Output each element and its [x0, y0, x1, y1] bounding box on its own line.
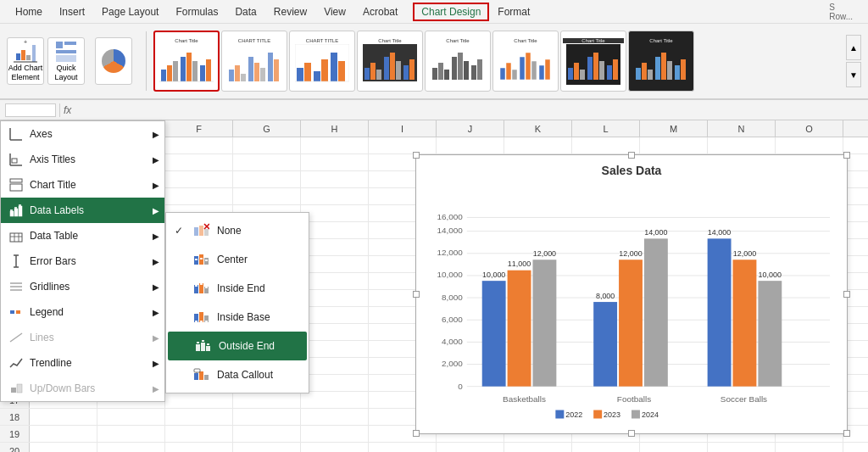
cell[interactable] — [504, 137, 572, 153]
sub-item-none[interactable]: ✓ None — [166, 216, 309, 245]
cell[interactable] — [165, 188, 233, 204]
chart-style-5[interactable]: Chart Title — [425, 31, 491, 92]
cell[interactable] — [165, 443, 233, 452]
resize-handle-top[interactable] — [628, 152, 635, 159]
cell[interactable] — [233, 426, 301, 442]
cell[interactable] — [233, 154, 301, 170]
change-colors-button[interactable] — [95, 37, 132, 85]
cell[interactable] — [301, 256, 369, 272]
chart-style-8[interactable]: Chart Title — [628, 31, 694, 92]
name-box[interactable] — [5, 103, 56, 117]
sub-item-center[interactable]: Center — [166, 245, 309, 274]
cell[interactable] — [301, 154, 369, 170]
cell[interactable] — [233, 409, 301, 425]
chart-style-7[interactable]: Chart Title — [560, 31, 626, 92]
chart-style-6[interactable]: Chart Title — [492, 31, 559, 92]
cell[interactable] — [301, 290, 369, 306]
cell[interactable] — [369, 137, 437, 153]
dropdown-item-chart-title[interactable]: Chart Title ▶ — [1, 172, 164, 198]
menu-item-data[interactable]: Data — [226, 3, 264, 21]
dropdown-item-trendline[interactable]: Trendline ▶ — [1, 350, 164, 376]
cell[interactable] — [301, 375, 369, 391]
resize-handle-br[interactable] — [843, 430, 850, 437]
cell[interactable] — [165, 426, 233, 442]
dropdown-item-axes[interactable]: Axes ▶ — [1, 121, 164, 147]
add-chart-element-button[interactable]: + Add Chart Element — [7, 37, 44, 85]
cell[interactable] — [30, 409, 97, 425]
resize-handle-bl[interactable] — [413, 430, 420, 437]
menu-item-page-layout[interactable]: Page Layout — [93, 3, 167, 21]
cell[interactable] — [301, 341, 369, 357]
cell[interactable] — [708, 137, 776, 153]
cell[interactable] — [301, 426, 369, 442]
cell[interactable] — [165, 171, 233, 187]
cell[interactable] — [233, 392, 301, 408]
cell[interactable] — [97, 409, 165, 425]
dropdown-item-data-labels[interactable]: Data Labels ▶ — [1, 198, 164, 223]
cell[interactable] — [30, 443, 97, 452]
cell[interactable] — [165, 154, 233, 170]
quick-layout-button[interactable]: Quick Layout — [47, 37, 85, 85]
resize-handle-tr[interactable] — [843, 152, 850, 159]
cell[interactable] — [165, 409, 233, 425]
ribbon-scroll-up[interactable]: ▲ — [846, 35, 861, 60]
cell[interactable] — [301, 273, 369, 289]
menu-item-insert[interactable]: Insert — [51, 3, 93, 21]
dropdown-item-lines[interactable]: Lines ▶ — [1, 325, 164, 350]
cell[interactable] — [165, 392, 233, 408]
chart-style-4[interactable]: Chart Title — [357, 31, 423, 92]
menu-item-formulas[interactable]: Formulas — [167, 3, 226, 21]
dropdown-item-legend[interactable]: Legend ▶ — [1, 299, 164, 325]
sub-item-inside-base[interactable]: Inside Base — [166, 303, 309, 332]
cell[interactable] — [843, 443, 868, 452]
sub-item-data-callout[interactable]: Data Callout — [166, 360, 309, 389]
cell[interactable] — [97, 426, 165, 442]
menu-item-home[interactable]: Home — [7, 3, 51, 21]
cell[interactable] — [301, 188, 369, 204]
cell[interactable] — [437, 137, 504, 153]
sub-item-inside-end[interactable]: Inside End — [166, 274, 309, 303]
cell[interactable] — [165, 137, 233, 153]
cell[interactable] — [301, 443, 369, 452]
chart-style-2[interactable]: CHART TITLE — [221, 31, 287, 92]
cell[interactable] — [301, 239, 369, 255]
dropdown-item-axis-titles[interactable]: Axis Titles ▶ — [1, 147, 164, 172]
chart-style-3[interactable]: CHART TITLE — [289, 31, 355, 92]
dropdown-item-updown-bars[interactable]: Up/Down Bars ▶ — [1, 376, 164, 401]
cell[interactable] — [301, 324, 369, 340]
svg-rect-126 — [200, 321, 203, 322]
menu-item-view[interactable]: View — [315, 3, 354, 21]
menu-item-format[interactable]: Format — [489, 3, 538, 21]
cell[interactable] — [301, 222, 369, 238]
cell[interactable] — [233, 171, 301, 187]
resize-handle-left[interactable] — [413, 291, 420, 298]
cell[interactable] — [97, 443, 165, 452]
dropdown-item-gridlines[interactable]: Gridlines ▶ — [1, 274, 164, 299]
chart-style-1[interactable]: Chart Title — [153, 31, 220, 92]
resize-handle-bottom[interactable] — [628, 430, 635, 437]
resize-handle-right[interactable] — [843, 291, 850, 298]
cell[interactable] — [640, 137, 708, 153]
menu-item-review[interactable]: Review — [265, 3, 315, 21]
cell[interactable] — [233, 443, 301, 452]
menu-item-acrobat[interactable]: Acrobat — [354, 3, 406, 21]
chart-container: Sales Data 0 2,000 4,000 6,000 8,000 10,… — [415, 154, 848, 434]
dropdown-item-error-bars[interactable]: Error Bars ▶ — [1, 248, 164, 274]
cell[interactable] — [233, 188, 301, 204]
svg-text:2022: 2022 — [565, 411, 582, 420]
dropdown-item-data-table[interactable]: Data Table ▶ — [1, 223, 164, 248]
sub-item-outside-end[interactable]: Outside End — [168, 332, 307, 360]
cell[interactable] — [233, 137, 301, 153]
cell[interactable] — [301, 307, 369, 323]
resize-handle-tl[interactable] — [413, 152, 420, 159]
cell[interactable] — [301, 392, 369, 408]
cell[interactable] — [301, 171, 369, 187]
cell[interactable] — [776, 137, 843, 153]
cell[interactable] — [301, 409, 369, 425]
cell[interactable] — [30, 426, 97, 442]
menu-item-chart-design[interactable]: Chart Design — [413, 3, 489, 21]
cell[interactable] — [301, 205, 369, 221]
ribbon-scroll-down[interactable]: ▼ — [846, 62, 861, 87]
cell[interactable] — [301, 358, 369, 374]
cell[interactable] — [301, 137, 369, 153]
